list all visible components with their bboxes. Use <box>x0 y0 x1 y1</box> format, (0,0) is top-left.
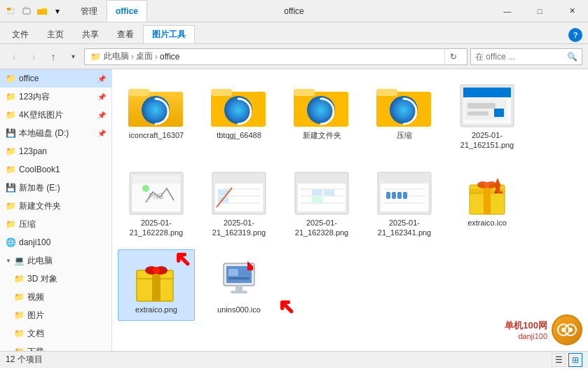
file-item-extraico-ico[interactable]: extraico.ico <box>449 162 526 244</box>
svg-rect-80 <box>231 291 247 293</box>
sidebar-section-this-pc[interactable]: ▼ 💻 此电脑 <box>0 251 111 270</box>
svg-rect-24 <box>467 111 488 116</box>
sidebar-item-downloads[interactable]: 📁 下载 <box>0 342 111 351</box>
grid-view-button[interactable]: ⊞ <box>568 353 582 367</box>
tab-manage[interactable]: 管理 <box>71 0 107 22</box>
sidebar-item-documents[interactable]: 📁 文档 <box>0 324 111 342</box>
search-input[interactable] <box>475 52 564 62</box>
file-item-iconcraft[interactable]: iconcraft_16307 <box>118 75 195 157</box>
tab-image-tools[interactable]: 图片工具 <box>143 25 195 43</box>
chevron-icon: ▼ <box>6 258 11 264</box>
file-grid: iconcraft_16307 tbtqgj_66488 <box>118 75 582 321</box>
maximize-button[interactable]: □ <box>524 0 556 22</box>
folder-icon: 📁 <box>6 201 16 211</box>
up-button[interactable]: ↑ <box>45 48 62 65</box>
file-item-tbtqgj[interactable]: tbtqgj_66488 <box>200 75 278 157</box>
folder-icon[interactable] <box>36 6 48 17</box>
search-icon[interactable]: 🔍 <box>567 52 577 62</box>
svg-rect-17 <box>376 89 397 96</box>
svg-rect-8 <box>128 89 149 96</box>
file-item-screenshot2[interactable]: PNG 2025-01-21_162228.png <box>118 162 195 244</box>
file-icon-screenshot3 <box>211 169 267 218</box>
svg-marker-67 <box>494 178 501 186</box>
tab-office[interactable]: office <box>107 0 147 22</box>
sidebar-item-4k-wallpaper[interactable]: 📁 4K壁纸图片 📌 <box>0 106 111 124</box>
network-icon: 🌐 <box>6 237 16 247</box>
sidebar-item-123pan[interactable]: 📁 123pan <box>0 142 111 160</box>
svg-rect-23 <box>467 103 495 109</box>
list-view-button[interactable]: ☰ <box>552 353 566 367</box>
file-item-compress[interactable]: 压缩 <box>366 75 443 157</box>
folder-icon: 📁 <box>14 292 25 302</box>
svg-rect-34 <box>215 175 263 183</box>
file-name-screenshot5: 2025-01-21_162341.png <box>369 218 439 238</box>
tab-view[interactable]: 查看 <box>108 25 143 43</box>
sidebar-item-new-folder[interactable]: 📁 新建文件夹 <box>0 197 111 215</box>
svg-point-76 <box>153 267 160 274</box>
file-icon-screenshot2: PNG <box>128 169 184 218</box>
watermark-logo <box>552 314 582 345</box>
sidebar-item-3d-objects[interactable]: 📁 3D 对象 <box>0 270 111 288</box>
file-icon-screenshot1 <box>459 81 515 130</box>
tab-share[interactable]: 共享 <box>73 25 108 43</box>
sidebar: 📁 office 📌 📁 123内容 📌 📁 4K壁纸图片 📌 💾 本地磁盘 (… <box>0 69 112 351</box>
folder-icon: 📁 <box>6 146 16 156</box>
refresh-button[interactable]: ↻ <box>444 48 461 65</box>
svg-rect-11 <box>211 89 232 96</box>
forward-button[interactable]: › <box>25 48 42 65</box>
sidebar-item-office[interactable]: 📁 office 📌 <box>0 69 111 88</box>
tab-home[interactable]: 主页 <box>38 25 73 43</box>
sidebar-section-danji100[interactable]: 🌐 danji100 <box>0 233 111 251</box>
search-box: 🔍 <box>470 48 582 65</box>
system-menu-icon[interactable] <box>6 6 17 17</box>
file-item-unins000[interactable]: ➜ unins000.ico <box>200 249 278 321</box>
svg-rect-25 <box>494 109 504 117</box>
file-icon-tbtqgj <box>211 81 267 130</box>
quick-access-icon[interactable] <box>21 6 32 17</box>
titlebar: ▾ 管理 office office — □ ✕ <box>0 0 588 22</box>
sidebar-item-local-disk-d[interactable]: 💾 本地磁盘 (D:) 📌 <box>0 124 111 142</box>
svg-rect-56 <box>386 192 390 199</box>
ribbon: 文件 主页 共享 查看 图片工具 ? <box>0 22 588 44</box>
svg-rect-84 <box>247 266 253 270</box>
svg-rect-2 <box>7 12 11 15</box>
sidebar-item-123content[interactable]: 📁 123内容 📌 <box>0 88 111 106</box>
close-button[interactable]: ✕ <box>556 0 588 22</box>
sidebar-item-video[interactable]: 📁 视频 <box>0 288 111 306</box>
svg-rect-49 <box>312 197 322 202</box>
sidebar-item-pictures[interactable]: 📁 图片 <box>0 306 111 324</box>
file-item-screenshot5[interactable]: 2025-01-21_162341.png <box>366 162 443 244</box>
tab-file[interactable]: 文件 <box>3 25 38 43</box>
svg-point-88 <box>568 328 573 332</box>
folder-icon: 📁 <box>14 274 25 284</box>
down-arrow-icon[interactable]: ▾ <box>52 6 63 17</box>
addressbar: ‹ › ↑ ▾ 📁 此电脑 › 桌面 › office ↻ 🔍 <box>0 44 588 69</box>
sidebar-item-compress[interactable]: 📁 压缩 <box>0 215 111 233</box>
file-item-screenshot4[interactable]: 2025-01-21_162328.png <box>283 162 360 244</box>
help-button[interactable]: ? <box>568 28 582 42</box>
content-area: iconcraft_16307 tbtqgj_66488 <box>112 69 588 351</box>
file-item-extraico-png[interactable]: ➜ extraico.png <box>118 249 195 321</box>
back-button[interactable]: ‹ <box>6 48 22 65</box>
file-icon-screenshot4 <box>294 169 350 218</box>
sidebar-item-drive-e[interactable]: 💾 新加卷 (E:) <box>0 179 111 197</box>
sidebar-item-coolbook1[interactable]: 📁 CoolBook1 <box>0 160 111 179</box>
watermark-site: 单机100网 <box>505 319 547 332</box>
folder-icon: 📁 <box>14 310 25 320</box>
address-path[interactable]: 📁 此电脑 › 桌面 › office ↻ <box>84 48 467 65</box>
file-name-screenshot4: 2025-01-21_162328.png <box>287 218 357 238</box>
drive-icon: 💾 <box>6 128 16 138</box>
file-item-new-folder[interactable]: 新建文件夹 <box>283 75 360 157</box>
svg-rect-21 <box>463 88 511 97</box>
svg-rect-52 <box>381 175 428 183</box>
svg-rect-14 <box>294 89 315 96</box>
watermark-url: danji100 <box>518 332 547 340</box>
svg-rect-59 <box>403 192 407 199</box>
pin-icon: 📌 <box>97 130 106 137</box>
recent-locations-button[interactable]: ▾ <box>64 48 81 65</box>
window-title: office <box>284 6 303 16</box>
file-item-screenshot1[interactable]: 2025-01-21_162151.png <box>449 75 526 157</box>
minimize-button[interactable]: — <box>491 0 524 22</box>
file-item-screenshot3[interactable]: 2025-01-21_162319.png <box>200 162 278 244</box>
file-name-iconcraft: iconcraft_16307 <box>129 130 184 140</box>
